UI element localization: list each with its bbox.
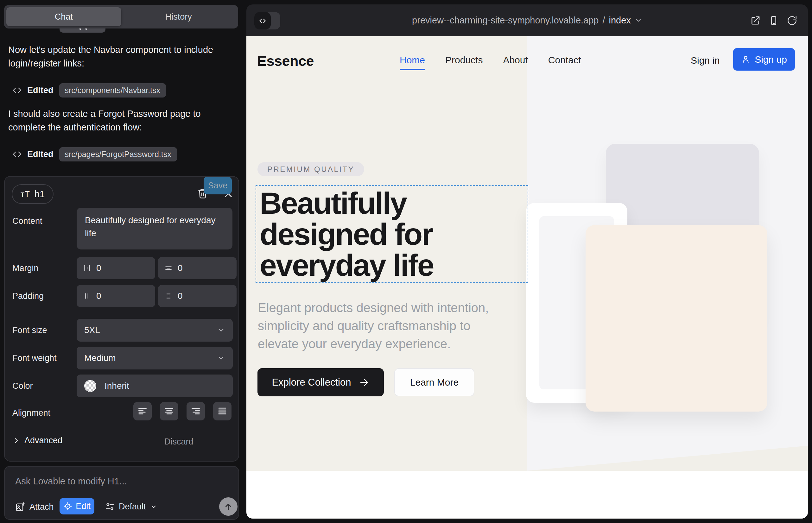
font-weight-value: Medium: [84, 353, 116, 363]
mobile-view-icon[interactable]: [769, 16, 779, 26]
selected-element-pill: ᴛT h1: [12, 184, 54, 204]
content-label: Content: [12, 216, 42, 226]
sliders-icon: [105, 502, 114, 511]
hero-heading[interactable]: Beautifully designed for everyday life: [260, 188, 434, 281]
url-domain: preview--charming-site-symphony.lovable.…: [412, 15, 599, 26]
nav-link-contact[interactable]: Contact: [548, 55, 581, 70]
color-label: Color: [12, 381, 33, 391]
font-size-value: 5XL: [84, 325, 100, 335]
edited-file-row[interactable]: Edited src/pages/ForgotPassword.tsx: [13, 147, 177, 161]
discard-button[interactable]: Discard: [164, 437, 194, 447]
premium-quality-badge: PREMIUM QUALITY: [258, 162, 364, 176]
hero-heading-line: designed for: [260, 219, 434, 250]
chat-input[interactable]: [15, 476, 212, 494]
padding-y-input[interactable]: [178, 291, 209, 301]
code-icon: [13, 150, 21, 159]
chevron-down-icon: [150, 503, 157, 510]
edited-file-row[interactable]: Edited src/components/Navbar.tsx: [13, 83, 166, 97]
font-weight-label: Font weight: [12, 353, 57, 363]
edit-mode-button[interactable]: Edit: [59, 498, 94, 515]
align-left-button[interactable]: [133, 402, 152, 420]
url-bar[interactable]: preview--charming-site-symphony.lovable.…: [246, 4, 808, 36]
send-button[interactable]: [219, 497, 237, 516]
learn-more-button[interactable]: Learn More: [394, 368, 474, 396]
attach-button[interactable]: Attach: [15, 502, 54, 512]
user-icon: [741, 55, 750, 64]
align-right-button[interactable]: [187, 402, 205, 420]
typography-icon: ᴛT: [21, 189, 30, 199]
code-icon: [13, 86, 21, 95]
nav-link-products[interactable]: Products: [445, 55, 483, 70]
font-size-label: Font size: [12, 325, 47, 335]
margin-label: Margin: [12, 264, 39, 273]
font-size-select[interactable]: 5XL: [77, 319, 233, 342]
chevron-down-icon: [635, 16, 642, 24]
font-weight-select[interactable]: Medium: [77, 347, 233, 369]
margin-vertical-icon: [164, 264, 173, 272]
margin-x-input[interactable]: [96, 263, 128, 273]
color-value: Inherit: [105, 381, 129, 391]
attach-label: Attach: [30, 502, 54, 512]
padding-x-input[interactable]: [96, 291, 128, 301]
arrow-right-icon: [359, 377, 369, 387]
scrolled-file-chip: [59, 29, 105, 33]
explore-collection-label: Explore Collection: [272, 377, 351, 388]
explore-collection-button[interactable]: Explore Collection: [258, 368, 384, 396]
edited-label: Edited: [27, 86, 54, 95]
site-nav: Home Products About Contact: [400, 55, 581, 70]
sign-in-link[interactable]: Sign in: [691, 55, 720, 66]
locate-target-icon: [63, 502, 72, 511]
color-select[interactable]: Inherit: [77, 375, 233, 397]
tab-chat[interactable]: Chat: [6, 7, 121, 26]
hero-heading-line: everyday life: [260, 250, 434, 281]
margin-y-input[interactable]: [178, 263, 209, 273]
sign-up-button[interactable]: Sign up: [733, 48, 795, 71]
alignment-label: Alignment: [12, 408, 50, 418]
align-right-icon: [190, 406, 201, 417]
chat-composer: Attach Edit Default: [4, 466, 239, 520]
chat-history-tabbar: Chat History: [4, 5, 238, 29]
assistant-message: Now let's update the Navbar component to…: [8, 43, 234, 70]
advanced-label: Advanced: [24, 436, 63, 446]
save-button[interactable]: Save: [204, 177, 232, 194]
model-default-selector[interactable]: Default: [105, 502, 157, 511]
padding-x-field[interactable]: [77, 285, 155, 307]
margin-x-field[interactable]: [77, 257, 155, 279]
nav-link-about[interactable]: About: [503, 55, 528, 70]
padding-label: Padding: [12, 291, 44, 301]
url-page: index: [609, 15, 631, 26]
file-chip[interactable]: src/components/Navbar.tsx: [59, 83, 166, 97]
file-chip[interactable]: src/pages/ForgotPassword.tsx: [59, 147, 177, 161]
padding-vertical-icon: [164, 292, 173, 300]
edit-label: Edit: [76, 502, 91, 511]
selected-element-tag: h1: [35, 189, 45, 199]
open-external-icon[interactable]: [750, 16, 760, 26]
nav-link-home[interactable]: Home: [400, 55, 425, 70]
refresh-icon[interactable]: [787, 16, 797, 26]
learn-more-label: Learn More: [410, 377, 459, 388]
site-preview: Essence Home Products About Contact Sign…: [246, 36, 808, 519]
padding-y-field[interactable]: [158, 285, 236, 307]
chevron-down-icon: [217, 354, 225, 362]
default-label: Default: [119, 502, 146, 511]
decor-card-cream: [586, 225, 767, 412]
element-editor-panel: ᴛT h1 Content Beautifully designed for e…: [4, 176, 239, 462]
sign-up-label: Sign up: [755, 54, 787, 65]
margin-y-field[interactable]: [158, 257, 236, 279]
hero-heading-line: Beautifully: [260, 188, 434, 219]
site-logo[interactable]: Essence: [257, 53, 314, 69]
tab-history[interactable]: History: [121, 7, 236, 26]
padding-horizontal-icon: [83, 292, 91, 300]
align-justify-button[interactable]: [213, 402, 231, 420]
advanced-toggle[interactable]: Advanced: [12, 436, 63, 446]
browser-chrome: preview--charming-site-symphony.lovable.…: [246, 4, 808, 36]
align-center-icon: [164, 406, 175, 417]
arrow-up-icon: [224, 502, 233, 511]
content-input[interactable]: Beautifully designed for everyday life: [77, 208, 232, 250]
url-separator: /: [602, 15, 605, 26]
margin-horizontal-icon: [83, 264, 91, 272]
align-left-icon: [137, 406, 148, 417]
align-justify-icon: [217, 406, 228, 417]
edited-label: Edited: [27, 149, 54, 159]
align-center-button[interactable]: [160, 402, 178, 420]
